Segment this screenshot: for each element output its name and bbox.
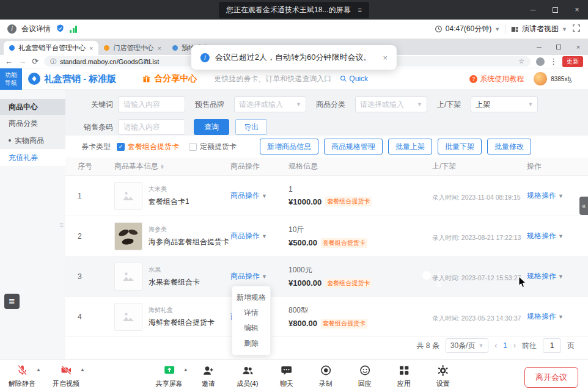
- tutorial-link[interactable]: ? 系统使用教程: [469, 74, 524, 84]
- product-category: 水果: [149, 266, 200, 274]
- floating-list-button[interactable]: ≣: [4, 294, 20, 309]
- batch-edit-button[interactable]: 批量修改: [487, 139, 531, 154]
- unmute-button[interactable]: 解除静音 ▲: [9, 363, 35, 388]
- site-info-icon[interactable]: ⓘ: [50, 57, 56, 66]
- sidebar-item-gift-vouchers[interactable]: 充值礼券: [0, 149, 65, 166]
- checkbox-fixed-card[interactable]: 定额提货卡: [189, 142, 237, 152]
- goto-page-input[interactable]: [543, 338, 561, 353]
- add-product-button[interactable]: 新增商品信息: [260, 139, 318, 154]
- browser-minimize-button[interactable]: ─: [529, 39, 549, 55]
- start-video-button[interactable]: 开启视频 ▲: [53, 363, 79, 388]
- product-info-cell: 海参类 海参商品套餐组合提货卡: [114, 222, 230, 250]
- menu-item-details[interactable]: 详情: [232, 305, 270, 321]
- spec-op-dropdown[interactable]: 规格操作▼: [527, 191, 588, 201]
- quick-search-link[interactable]: Quick: [340, 74, 368, 83]
- chevron-up-icon[interactable]: ▲: [36, 367, 41, 372]
- brand-select[interactable]: 请选择或输入▼: [234, 96, 306, 112]
- keyword-input[interactable]: [118, 96, 185, 112]
- sidebar-collapse-handle[interactable]: ≡: [60, 221, 64, 228]
- brand-label: 预售品牌: [195, 100, 224, 110]
- browser-close-button[interactable]: ×: [568, 39, 588, 55]
- sort-icon[interactable]: ▲▼: [160, 164, 164, 169]
- export-button[interactable]: 导出: [235, 119, 267, 135]
- current-page[interactable]: 1: [503, 341, 507, 350]
- bookmark-star-icon[interactable]: ☆: [518, 57, 524, 65]
- product-info-cell: 水果 水果套餐组合卡: [114, 263, 230, 291]
- product-op-dropdown[interactable]: 商品操作▼: [230, 191, 288, 201]
- spec-info-cell: 10斤 ¥500.00 套餐组合提货卡: [288, 225, 432, 248]
- sidebar-item-categories[interactable]: 商品分类: [0, 115, 65, 132]
- back-icon[interactable]: ←: [5, 57, 13, 66]
- apps-button[interactable]: 应用: [391, 363, 417, 388]
- browser-tab-active[interactable]: 礼盒营销平台管理中心 ×: [4, 41, 98, 55]
- chevron-up-icon[interactable]: ▲: [80, 367, 85, 372]
- next-page-icon[interactable]: ›: [513, 341, 516, 350]
- function-nav-tab[interactable]: 功能 导航: [0, 68, 22, 90]
- tab-label: 门店管理中心: [113, 43, 153, 53]
- spec-manage-button[interactable]: 商品规格管理: [324, 139, 383, 154]
- table-header: 序号 商品基本信息 ▲▼ 商品操作 规格信息 上/下架 操作: [65, 158, 588, 176]
- batch-offshelf-button[interactable]: 批量下架: [438, 139, 482, 154]
- profile-icon[interactable]: [536, 57, 545, 66]
- gear-icon: [437, 363, 449, 377]
- sidebar-item-physical-goods[interactable]: 实物商品: [0, 132, 65, 149]
- product-op-dropdown-open[interactable]: 商品操作▼: [230, 271, 288, 281]
- chat-button[interactable]: 聊天: [273, 363, 300, 388]
- menu-item-edit[interactable]: 编辑: [232, 321, 270, 336]
- browser-tab[interactable]: 门店管理中心 ×: [98, 41, 166, 55]
- chevron-up-icon[interactable]: ▲: [183, 367, 188, 372]
- reactions-button[interactable]: 回应: [351, 363, 378, 388]
- meeting-details-link[interactable]: 会议详情: [21, 24, 51, 34]
- close-button[interactable]: ×: [566, 0, 588, 20]
- batch-onshelf-button[interactable]: 批量上架: [388, 139, 432, 154]
- menu-item-delete[interactable]: 删除: [232, 336, 270, 351]
- notification-close-icon[interactable]: ×: [383, 53, 388, 62]
- category-select[interactable]: 请选择或输入▼: [355, 96, 427, 112]
- forward-icon[interactable]: →: [18, 57, 26, 66]
- checkbox-combo-card[interactable]: ✓ 套餐组合提货卡: [117, 142, 179, 152]
- spec-op-dropdown[interactable]: 规格操作▼: [527, 311, 588, 322]
- shelf-select[interactable]: 上架▼: [471, 96, 538, 112]
- record-button[interactable]: 录制: [312, 363, 339, 388]
- maximize-button[interactable]: [544, 0, 566, 20]
- card-type-tag: 套餐组合提货卡: [325, 197, 372, 206]
- network-signal-icon: [70, 26, 77, 33]
- browser-maximize-button[interactable]: [549, 39, 568, 55]
- minimize-button[interactable]: ─: [522, 0, 544, 20]
- user-avatar[interactable]: [534, 72, 547, 85]
- hamburger-menu-icon[interactable]: ≡: [358, 6, 361, 13]
- share-center-link[interactable]: 合分享中心: [142, 73, 197, 84]
- members-button[interactable]: 成员(4): [234, 363, 261, 388]
- view-mode-selector[interactable]: 演讲者视图 ▼: [510, 24, 567, 34]
- menu-item-add-spec[interactable]: 新增规格: [232, 290, 270, 305]
- spec-op-dropdown[interactable]: 规格操作▼: [527, 271, 588, 281]
- menu-dots-icon[interactable]: ⋮: [549, 57, 557, 66]
- fullscreen-icon[interactable]: [572, 24, 581, 34]
- panel-collapse-icon[interactable]: »: [568, 76, 572, 85]
- header-info[interactable]: 商品基本信息 ▲▼: [114, 161, 230, 172]
- sidebar-section-product-center[interactable]: 商品中心: [0, 99, 65, 115]
- product-op-dropdown[interactable]: 商品操作▼: [230, 231, 288, 241]
- spec-qty: 1: [288, 185, 432, 194]
- shelf-cell: 上架 录入时间: 2023-08-21 17:22:13: [432, 230, 527, 242]
- right-collapse-tab[interactable]: «: [579, 197, 588, 215]
- share-screen-button[interactable]: 共享屏幕 ▲: [156, 363, 183, 388]
- leave-meeting-button[interactable]: 离开会议: [524, 367, 578, 388]
- tab-favicon: [104, 45, 109, 51]
- entry-time: 录入时间: 2023-05-23 14:30:37: [432, 314, 527, 323]
- barcode-input[interactable]: [118, 119, 185, 135]
- meeting-timer[interactable]: 04:47(60分钟) ▼: [435, 24, 500, 34]
- settings-button[interactable]: 设置: [430, 363, 457, 388]
- prev-page-icon[interactable]: ‹: [494, 341, 497, 350]
- tab-close-icon[interactable]: ×: [157, 45, 161, 52]
- tab-close-icon[interactable]: ×: [89, 45, 93, 52]
- promo-text: 更快捷的券卡、订单和快递查询入口: [214, 74, 331, 84]
- table-row: 3 水果 水果套餐组合卡 商品操作▼ 1000元 ¥1000.00 套餐组合提货…: [65, 256, 588, 297]
- spec-op-dropdown[interactable]: 规格操作▼: [527, 231, 588, 241]
- price-text: ¥1000.00: [288, 197, 322, 206]
- invite-button[interactable]: 邀请: [195, 363, 222, 388]
- page-size-select[interactable]: 30条/页▼: [446, 338, 489, 353]
- update-badge[interactable]: 更新: [562, 56, 583, 67]
- refresh-icon[interactable]: ⟳: [32, 57, 39, 66]
- query-button[interactable]: 查询: [194, 119, 229, 135]
